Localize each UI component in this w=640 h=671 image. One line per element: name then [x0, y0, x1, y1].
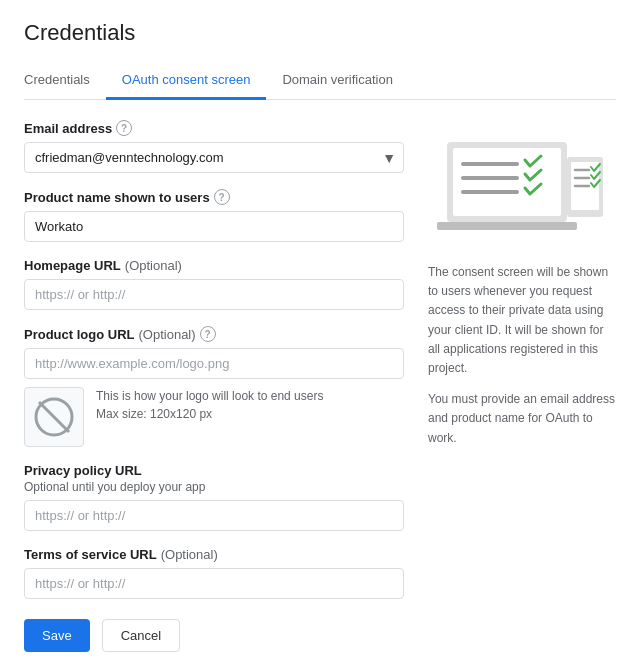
product-name-help-icon[interactable]: ?: [214, 189, 230, 205]
tab-bar: Credentials OAuth consent screen Domain …: [24, 62, 616, 100]
svg-rect-4: [437, 222, 577, 230]
product-name-field-group: Product name shown to users ?: [24, 189, 404, 242]
privacy-input[interactable]: [24, 500, 404, 531]
email-help-icon[interactable]: ?: [116, 120, 132, 136]
logo-field-group: Product logo URL (Optional) ? This is ho…: [24, 326, 404, 447]
right-text-1: The consent screen will be shown to user…: [428, 263, 616, 378]
email-label: Email address ?: [24, 120, 404, 136]
privacy-sublabel: Optional until you deploy your app: [24, 480, 404, 494]
logo-placeholder-box: [24, 387, 84, 447]
homepage-field-group: Homepage URL (Optional): [24, 258, 404, 310]
illustration: [428, 128, 616, 247]
button-row: Save Cancel: [24, 619, 404, 652]
logo-label: Product logo URL (Optional) ?: [24, 326, 404, 342]
tab-oauth[interactable]: OAuth consent screen: [106, 62, 267, 100]
terms-field-group: Terms of service URL (Optional): [24, 547, 404, 599]
right-panel-text: The consent screen will be shown to user…: [428, 263, 616, 448]
svg-line-1: [39, 402, 69, 432]
svg-rect-3: [453, 148, 561, 216]
logo-input[interactable]: [24, 348, 404, 379]
form-section: Email address ? cfriedman@venntechnology…: [24, 120, 404, 652]
privacy-field-group: Privacy policy URL Optional until you de…: [24, 463, 404, 531]
terms-input[interactable]: [24, 568, 404, 599]
page-title: Credentials: [24, 20, 616, 46]
email-field-group: Email address ? cfriedman@venntechnology…: [24, 120, 404, 173]
logo-help-icon[interactable]: ?: [200, 326, 216, 342]
email-select[interactable]: cfriedman@venntechnology.com: [24, 142, 404, 173]
cancel-button[interactable]: Cancel: [102, 619, 180, 652]
no-image-icon: [34, 397, 74, 437]
right-panel: The consent screen will be shown to user…: [428, 120, 616, 652]
consent-screen-illustration: [437, 132, 607, 247]
product-name-label: Product name shown to users ?: [24, 189, 404, 205]
tab-domain[interactable]: Domain verification: [266, 62, 409, 100]
product-name-input[interactable]: [24, 211, 404, 242]
logo-hint: This is how your logo will look to end u…: [96, 387, 323, 423]
logo-preview: This is how your logo will look to end u…: [24, 387, 404, 447]
right-text-2: You must provide an email address and pr…: [428, 390, 616, 448]
homepage-input[interactable]: [24, 279, 404, 310]
email-select-wrapper: cfriedman@venntechnology.com ▼: [24, 142, 404, 173]
main-content: Email address ? cfriedman@venntechnology…: [24, 120, 616, 652]
terms-label: Terms of service URL (Optional): [24, 547, 404, 562]
tab-credentials[interactable]: Credentials: [24, 62, 106, 100]
privacy-label: Privacy policy URL: [24, 463, 404, 478]
homepage-label: Homepage URL (Optional): [24, 258, 404, 273]
save-button[interactable]: Save: [24, 619, 90, 652]
